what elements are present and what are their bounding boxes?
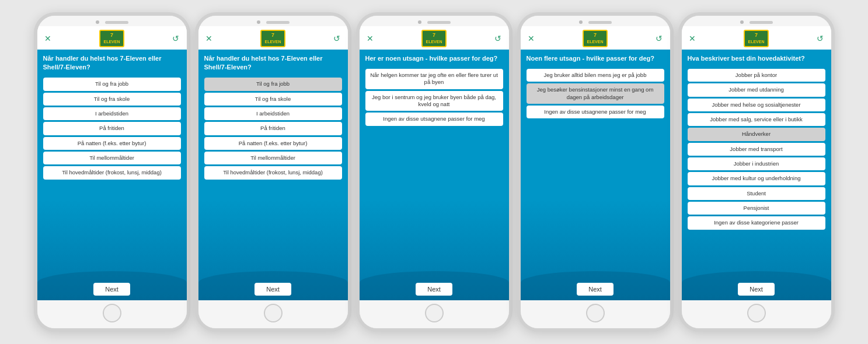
option-item-9[interactable]: Pensjonist	[688, 202, 825, 215]
phone-screen: ✕7ELEVEN↺Hva beskriver best din hovedakt…	[682, 26, 831, 300]
home-button[interactable]	[103, 304, 121, 322]
option-item-4[interactable]: Håndverker	[688, 128, 825, 141]
option-item-1[interactable]: Til og fra skole	[204, 93, 342, 106]
screen-header: ✕7ELEVEN↺	[360, 26, 509, 50]
option-item-5[interactable]: Jobber med transport	[688, 143, 825, 156]
refresh-icon[interactable]: ↺	[333, 34, 340, 43]
logo-badge: 7ELEVEN	[583, 30, 607, 47]
refresh-icon[interactable]: ↺	[172, 34, 179, 43]
phone-bottom	[198, 300, 348, 328]
phone-4: ✕7ELEVEN↺Noen flere utsagn - hvilke pass…	[517, 12, 674, 332]
option-item-2[interactable]: Ingen av disse utsagnene passer for meg	[365, 113, 503, 125]
option-item-3[interactable]: På fritiden	[43, 122, 181, 135]
refresh-icon[interactable]: ↺	[817, 34, 824, 43]
seven-eleven-logo: 7ELEVEN	[583, 30, 607, 47]
options-list: Til og fra jobbTil og fra skoleI arbeids…	[204, 78, 342, 277]
seven-eleven-logo: 7ELEVEN	[421, 30, 446, 47]
close-icon[interactable]: ✕	[528, 34, 535, 43]
option-item-6[interactable]: Til hovedmåltider (frokost, lunsj, midda…	[204, 166, 342, 179]
close-icon[interactable]: ✕	[44, 34, 51, 43]
speaker	[588, 21, 612, 24]
seven-eleven-logo: 7ELEVEN	[744, 30, 768, 47]
home-button[interactable]	[586, 304, 605, 322]
logo-badge: 7ELEVEN	[421, 30, 446, 47]
phone-top-bar	[682, 16, 831, 26]
next-button[interactable]: Next	[738, 283, 775, 296]
screen-content: Her er noen utsagn - hvilke passer for d…	[360, 50, 509, 300]
phone-bottom	[682, 300, 831, 328]
screen-content: Når handler du helst hos 7-Eleven eller …	[198, 50, 348, 300]
question-text: Hva beskriver best din hovedaktivitet?	[688, 54, 825, 63]
screen-header: ✕7ELEVEN↺	[682, 26, 831, 50]
speaker	[750, 21, 773, 24]
option-item-2[interactable]: I arbeidstiden	[204, 107, 342, 120]
camera-dot	[418, 20, 421, 24]
refresh-icon[interactable]: ↺	[656, 34, 663, 43]
next-button[interactable]: Next	[93, 283, 130, 296]
option-item-2[interactable]: Ingen av disse utsagnene passer for meg	[527, 106, 664, 118]
question-text: Når handler du helst hos 7-Eleven eller …	[204, 54, 342, 72]
phone-top-bar	[360, 16, 509, 26]
screen-header: ✕7ELEVEN↺	[37, 26, 187, 50]
close-icon[interactable]: ✕	[205, 34, 212, 43]
next-button[interactable]: Next	[577, 283, 613, 296]
question-text: Her er noen utsagn - hvilke passer for d…	[365, 54, 503, 63]
phone-top-bar	[198, 16, 348, 26]
option-item-6[interactable]: Jobber i industrien	[688, 157, 825, 170]
option-item-1[interactable]: Jeg bor i sentrum og jeg bruker byen båd…	[365, 91, 503, 111]
home-button[interactable]	[425, 304, 444, 322]
option-item-1[interactable]: Jobber med utdanning	[688, 83, 825, 96]
screen-content: Hva beskriver best din hovedaktivitet?Jo…	[682, 50, 831, 300]
option-item-3[interactable]: Jobber med salg, service eller i butikk	[688, 113, 825, 126]
option-item-0[interactable]: Jeg bruker alltid bilen mens jeg er på j…	[527, 69, 664, 82]
next-button[interactable]: Next	[416, 283, 452, 296]
phone-screen: ✕7ELEVEN↺Her er noen utsagn - hvilke pas…	[360, 26, 509, 300]
screen-content: Noen flere utsagn - hvilke passer for de…	[521, 50, 670, 300]
options-list: Jobber på kontorJobber med utdanningJobb…	[688, 69, 825, 277]
close-icon[interactable]: ✕	[367, 34, 374, 43]
home-button[interactable]	[264, 304, 283, 322]
option-item-1[interactable]: Til og fra skole	[43, 93, 181, 106]
speaker	[266, 21, 290, 24]
option-item-0[interactable]: Når helgen kommer tar jeg ofte en eller …	[365, 69, 503, 89]
option-item-0[interactable]: Jobber på kontor	[688, 69, 825, 82]
screen-header: ✕7ELEVEN↺	[521, 26, 670, 50]
logo-badge: 7ELEVEN	[260, 30, 285, 47]
option-item-6[interactable]: Til hovedmåltider (frokost, lunsj, midda…	[43, 166, 181, 179]
phone-bottom	[360, 300, 509, 328]
phone-top-bar	[37, 16, 187, 26]
option-item-2[interactable]: I arbeidstiden	[43, 107, 181, 120]
phone-screen: ✕7ELEVEN↺Noen flere utsagn - hvilke pass…	[521, 26, 670, 300]
options-list: Når helgen kommer tar jeg ofte en eller …	[365, 69, 503, 277]
option-item-4[interactable]: På natten (f.eks. etter bytur)	[43, 137, 181, 150]
option-item-0[interactable]: Til og fra jobb	[204, 78, 342, 90]
speaker	[427, 21, 451, 24]
options-list: Til og fra jobbTil og fra skoleI arbeids…	[43, 78, 181, 277]
option-item-5[interactable]: Til mellommåltider	[43, 152, 181, 164]
logo-badge: 7ELEVEN	[99, 30, 124, 47]
phone-top-bar	[521, 16, 670, 26]
option-item-7[interactable]: Jobber med kultur og underholdning	[688, 172, 825, 185]
phone-5: ✕7ELEVEN↺Hva beskriver best din hovedakt…	[678, 12, 835, 332]
option-item-10[interactable]: Ingen av disse kategoriene passer	[688, 216, 825, 229]
options-list: Jeg bruker alltid bilen mens jeg er på j…	[527, 69, 664, 277]
option-item-0[interactable]: Til og fra jobb	[43, 78, 181, 90]
option-item-8[interactable]: Student	[688, 187, 825, 200]
camera-dot	[96, 20, 99, 24]
option-item-5[interactable]: Til mellommåltider	[204, 152, 342, 164]
next-button[interactable]: Next	[255, 283, 291, 296]
phone-screen: ✕7ELEVEN↺Når handler du helst hos 7-Elev…	[198, 26, 348, 300]
camera-dot	[257, 20, 260, 24]
camera-dot	[740, 20, 744, 24]
close-icon[interactable]: ✕	[689, 34, 696, 43]
question-text: Noen flere utsagn - hvilke passer for de…	[527, 54, 664, 63]
option-item-2[interactable]: Jobber med helse og sosialtjenester	[688, 99, 825, 111]
refresh-icon[interactable]: ↺	[494, 34, 501, 43]
option-item-1[interactable]: Jeg besøker bensinstasjoner minst en gan…	[527, 83, 664, 104]
phone-screen: ✕7ELEVEN↺Når handler du helst hos 7-Elev…	[37, 26, 187, 300]
phone-3: ✕7ELEVEN↺Her er noen utsagn - hvilke pas…	[356, 12, 513, 332]
option-item-4[interactable]: På natten (f.eks. etter bytur)	[204, 137, 342, 150]
seven-eleven-logo: 7ELEVEN	[99, 30, 124, 47]
option-item-3[interactable]: På fritiden	[204, 122, 342, 135]
home-button[interactable]	[747, 304, 766, 322]
